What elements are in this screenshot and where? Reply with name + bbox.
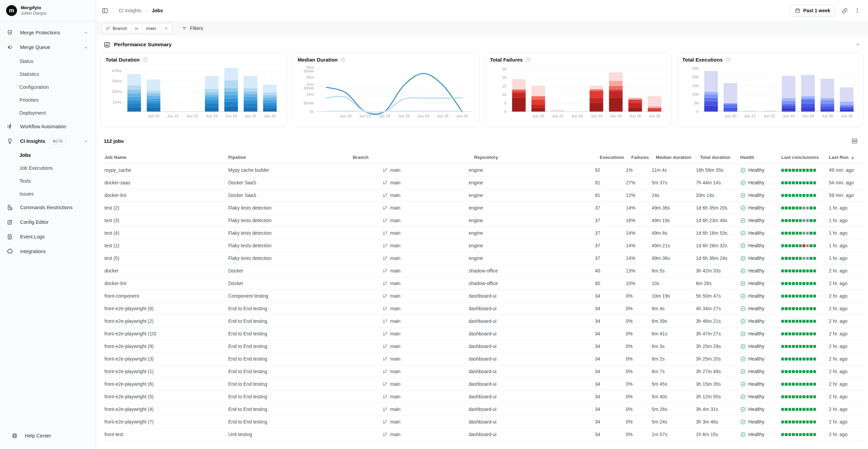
view-toggle-icon[interactable] xyxy=(851,138,858,144)
panel-left-icon[interactable] xyxy=(102,7,108,14)
conclusion-squares[interactable] xyxy=(781,257,816,260)
conclusion-squares[interactable] xyxy=(781,181,816,184)
table-row[interactable]: front-componentComponent testingmaindash… xyxy=(104,290,864,302)
conclusion-squares[interactable] xyxy=(781,332,816,335)
column-header-branch[interactable]: Branch xyxy=(353,155,469,160)
cell-name: front-e2e-playwright (6) xyxy=(104,381,228,387)
sidebar-item-statistics[interactable]: Statistics xyxy=(4,68,92,80)
sidebar-item-config-editor[interactable]: Config Editor xyxy=(4,216,92,229)
cell-executions: 40 xyxy=(595,281,626,286)
sidebar-item-job-executions[interactable]: Job Executions xyxy=(4,162,92,173)
table-row[interactable]: test (3)Flaky tests detectionmainengine3… xyxy=(104,214,864,227)
breadcrumb-ci-insights[interactable]: CI Insights xyxy=(119,8,141,13)
sidebar-item-help-center[interactable]: Help Center xyxy=(4,429,92,442)
sidebar-item-merge-protections[interactable]: Merge Protections xyxy=(4,26,92,39)
sidebar-item-priorities[interactable]: Priorities xyxy=(4,94,92,105)
filter-value[interactable]: main xyxy=(143,24,160,33)
sidebar-item-workflow-automation[interactable]: Workflow Automation xyxy=(4,120,92,133)
conclusion-success xyxy=(799,206,802,210)
table-row[interactable]: docker-lintDockermainshadow-office4010%1… xyxy=(104,277,864,290)
link-icon[interactable] xyxy=(841,7,848,14)
conclusion-squares[interactable] xyxy=(781,345,816,348)
table-row[interactable]: front-e2e-playwright (4)End to End testi… xyxy=(104,403,864,416)
table-row[interactable]: test (4)Flaky tests detectionmainengine3… xyxy=(104,227,864,239)
sidebar-item-configuration[interactable]: Configuration xyxy=(4,81,92,93)
filters-button[interactable]: Filters xyxy=(182,26,203,31)
conclusion-squares[interactable] xyxy=(781,433,816,436)
table-row[interactable]: front-e2e-playwright (6)End to End testi… xyxy=(104,378,864,390)
conclusion-squares[interactable] xyxy=(781,282,816,285)
column-header-pipeline[interactable]: Pipeline xyxy=(228,155,353,160)
conclusion-squares[interactable] xyxy=(781,194,816,197)
table-row[interactable]: dockerDockermainshadow-office4013%6m 5s3… xyxy=(104,265,864,277)
table-row[interactable]: front-e2e-playwright (8)End to End testi… xyxy=(104,302,864,315)
table-row[interactable]: test (2)Flaky tests detectionmainengine3… xyxy=(104,202,864,214)
cell-branch: main xyxy=(353,419,469,425)
column-header-total[interactable]: Total duration xyxy=(696,155,740,160)
sidebar-item-status[interactable]: Status xyxy=(4,55,92,67)
chevrons-up-down-icon[interactable] xyxy=(85,7,91,14)
conclusion-success xyxy=(806,307,809,310)
date-range-button[interactable]: Past 1 week xyxy=(790,5,835,17)
table-row[interactable]: front-e2e-playwright (10)End to End test… xyxy=(104,328,864,340)
conclusion-squares[interactable] xyxy=(781,408,816,411)
conclusion-squares[interactable] xyxy=(781,395,816,398)
help-circle-icon[interactable] xyxy=(143,57,148,63)
column-header-lastRun[interactable]: Last Run xyxy=(829,155,864,160)
filter-operator[interactable]: is xyxy=(131,24,143,33)
sidebar-item-jobs[interactable]: Jobs xyxy=(4,149,92,161)
column-header-health[interactable]: Health xyxy=(740,155,781,160)
table-row[interactable]: docker-saasDocker SaaSmainengine9127%5m … xyxy=(104,177,864,189)
column-header-repository[interactable]: Repository xyxy=(469,155,595,160)
sidebar-item-commands-restrictions[interactable]: Commands Restrictions xyxy=(4,201,92,214)
table-row[interactable]: test (5)Flaky tests detectionmainengine3… xyxy=(104,252,864,265)
conclusion-success xyxy=(809,257,812,260)
column-header-executions[interactable]: Executions xyxy=(595,155,626,160)
help-circle-icon[interactable] xyxy=(340,57,346,63)
conclusion-squares[interactable] xyxy=(781,232,816,235)
table-row[interactable]: front-testUnit testingmaindashboard-ui34… xyxy=(104,428,864,441)
conclusion-squares[interactable] xyxy=(781,370,816,373)
org-switcher[interactable]: m Mergifyio Julien Danjou xyxy=(0,0,96,21)
conclusion-squares[interactable] xyxy=(781,357,816,361)
conclusion-squares[interactable] xyxy=(781,206,816,210)
kebab-menu-icon[interactable] xyxy=(854,7,861,14)
sidebar-item-event-logs[interactable]: Event Logs xyxy=(4,230,92,243)
table-row[interactable]: mypy_cacheMypy cache buildermainengine92… xyxy=(104,164,864,177)
conclusion-success xyxy=(799,357,802,361)
sidebar-item-integrations[interactable]: Integrations xyxy=(4,245,92,258)
conclusion-squares[interactable] xyxy=(781,307,816,310)
filter-remove[interactable] xyxy=(160,24,172,33)
conclusion-squares[interactable] xyxy=(781,295,816,298)
table-row[interactable]: front-e2e-playwright (5)End to End testi… xyxy=(104,390,864,403)
conclusion-squares[interactable] xyxy=(781,420,816,423)
table-row[interactable]: front-e2e-playwright (7)End to End testi… xyxy=(104,416,864,428)
sidebar-item-deployment[interactable]: Deployment xyxy=(4,107,92,118)
sidebar-item-merge-queue[interactable]: Merge Queue xyxy=(4,41,92,54)
column-header-conclusions[interactable]: Last conclusions xyxy=(781,155,829,160)
table-row[interactable]: front-e2e-playwright (1)End to End testi… xyxy=(104,365,864,378)
sidebar-item-tests[interactable]: Tests xyxy=(4,175,92,186)
column-header-median[interactable]: Median duration xyxy=(652,155,696,160)
table-row[interactable]: front-e2e-playwright (9)End to End testi… xyxy=(104,340,864,353)
conclusion-squares[interactable] xyxy=(781,219,816,222)
conclusion-squares[interactable] xyxy=(781,320,816,323)
conclusion-squares[interactable] xyxy=(781,244,816,247)
collapse-section-icon[interactable] xyxy=(855,42,861,47)
conclusion-success xyxy=(788,257,791,260)
table-row[interactable]: docker-lintDocker SaaSmainengine9112%24s… xyxy=(104,189,864,202)
sidebar-item-ci-insights[interactable]: CI InsightsBETA xyxy=(4,135,92,148)
sidebar-item-issues[interactable]: Issues xyxy=(4,188,92,199)
table-row[interactable]: test (1)Flaky tests detectionmainengine3… xyxy=(104,239,864,252)
conclusion-squares[interactable] xyxy=(781,269,816,272)
help-circle-icon[interactable] xyxy=(525,57,531,63)
table-row[interactable]: front-e2e-playwright (2)End to End testi… xyxy=(104,315,864,328)
conclusion-squares[interactable] xyxy=(781,169,816,172)
conclusion-success xyxy=(792,232,795,235)
table-row[interactable]: front-e2e-playwright (3)End to End testi… xyxy=(104,353,864,365)
column-header-name[interactable]: Job Name xyxy=(104,155,228,160)
conclusion-squares[interactable] xyxy=(781,383,816,386)
help-circle-icon[interactable] xyxy=(725,57,731,63)
column-header-failures[interactable]: Failures xyxy=(626,155,652,160)
filter-field[interactable]: Branch xyxy=(102,24,131,33)
